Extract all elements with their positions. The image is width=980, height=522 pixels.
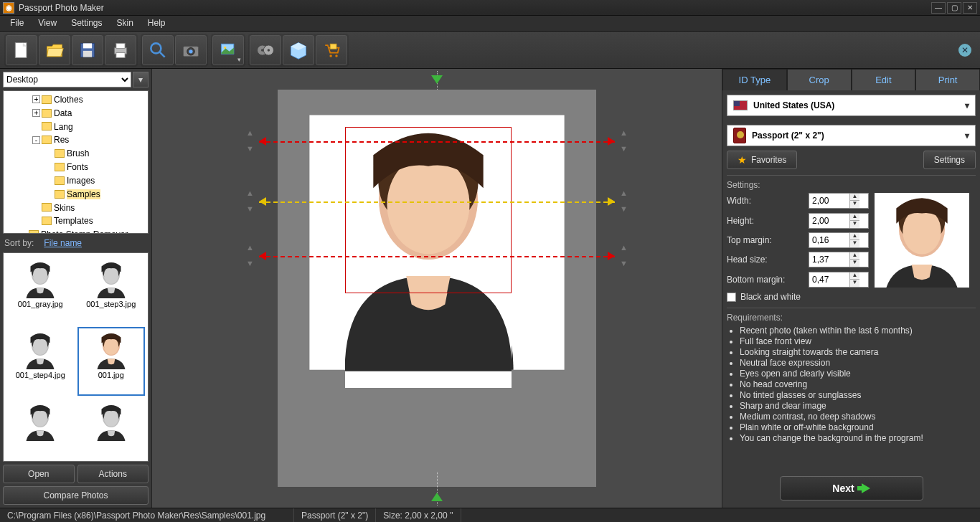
next-button[interactable]: Next [780, 476, 923, 500]
bw-checkbox[interactable]: Black and white [727, 292, 976, 302]
left-red-handle-1[interactable] [259, 137, 266, 146]
settings-button[interactable]: Settings [923, 151, 976, 169]
crop-box[interactable] [345, 127, 512, 293]
requirement-item: You can change the background in the pro… [740, 433, 976, 443]
menu-settings[interactable]: Settings [64, 16, 109, 31]
right-red-handle-1[interactable] [608, 137, 615, 146]
location-dropdown-button[interactable]: ▾ [133, 72, 149, 87]
open-photo-button[interactable]: Open [3, 465, 75, 483]
right-arrows-3: ▲▼ [620, 245, 628, 266]
canvas[interactable]: ▲▼ ▲▼ ▲▼ ▲▼ ▲▼ ▲▼ [152, 69, 722, 508]
country-label: United States (USA) [753, 100, 834, 110]
sort-link[interactable]: File name [44, 238, 82, 248]
image-options-button[interactable] [212, 35, 244, 65]
bottom-handle-icon[interactable] [431, 493, 443, 501]
menu-help[interactable]: Help [141, 16, 173, 31]
requirement-item: Eyes open and clearly visible [740, 369, 976, 379]
photo-extension [345, 293, 512, 388]
cart-button[interactable] [316, 35, 347, 65]
tab-id-type[interactable]: ID Type [722, 69, 787, 90]
panel-close-icon[interactable]: ✕ [958, 44, 971, 57]
right-arrows-1: ▲▼ [620, 130, 628, 151]
tree-item[interactable]: +Data [6, 106, 148, 120]
tree-item[interactable]: -Res [6, 133, 148, 146]
doctype-select[interactable]: Passport (2" x 2") [727, 125, 976, 146]
compare-button[interactable]: Compare Photos [3, 486, 149, 505]
right-yellow-handle[interactable] [608, 197, 615, 206]
tab-edit[interactable]: Edit [852, 69, 916, 90]
save-button[interactable] [72, 35, 103, 65]
thumbnail[interactable]: 001_step4.jpg [6, 327, 75, 395]
print-button[interactable] [105, 35, 136, 65]
tree-item[interactable]: Brush [6, 146, 148, 160]
tree-item[interactable]: Samples [6, 187, 148, 201]
menu-file[interactable]: File [3, 16, 31, 31]
right-arrows-2: ▲▼ [620, 190, 628, 212]
chin-guide[interactable] [259, 256, 615, 257]
svg-rect-6 [83, 50, 92, 57]
canvas-frame[interactable]: ▲▼ ▲▼ ▲▼ ▲▼ ▲▼ ▲▼ [278, 90, 596, 487]
tree-item[interactable]: Photo Stamp Remover [6, 227, 148, 234]
tree-item[interactable]: Lang [6, 120, 148, 133]
tab-print[interactable]: Print [915, 69, 980, 90]
status-path: C:\Program Files (x86)\Passport Photo Ma… [0, 508, 294, 522]
tree-item[interactable]: Skins [6, 201, 148, 214]
eye-guide[interactable] [259, 201, 615, 203]
field-width[interactable]: ▲▼ [809, 193, 869, 209]
requirement-item: No head covering [740, 379, 976, 389]
svg-line-11 [160, 52, 165, 57]
requirements-heading: Requirements: [727, 313, 976, 323]
favorites-button[interactable]: ★Favorites [727, 151, 797, 169]
close-button[interactable]: ✕ [963, 2, 977, 14]
thumbnail[interactable]: 001_step3.jpg [77, 256, 146, 324]
menu-view[interactable]: View [31, 16, 64, 31]
tree-item[interactable]: Fonts [6, 160, 148, 174]
film-button[interactable] [250, 35, 281, 65]
svg-rect-23 [330, 44, 336, 49]
requirement-item: Recent photo (taken within the last 6 mo… [740, 326, 976, 336]
thumbnail[interactable] [6, 399, 75, 458]
right-red-handle-2[interactable] [608, 252, 615, 260]
country-select[interactable]: United States (USA) [727, 95, 976, 116]
left-red-handle-2[interactable] [259, 252, 266, 260]
field-height[interactable]: ▲▼ [809, 213, 869, 229]
maximize-button[interactable]: ▢ [947, 2, 961, 14]
field-label: Height: [727, 216, 806, 226]
right-panel: ID TypeCropEditPrint United States (USA)… [722, 69, 980, 508]
package-button[interactable] [283, 35, 314, 65]
thumbnail[interactable]: 001_gray.jpg [6, 256, 75, 324]
field-label: Bottom margin: [727, 275, 806, 285]
left-arrows-3: ▲▼ [246, 245, 254, 266]
minimize-button[interactable]: — [931, 2, 946, 14]
thumbnail[interactable] [77, 399, 146, 458]
menu-skin[interactable]: Skin [110, 16, 141, 31]
toolbar: ✕ [0, 32, 980, 69]
requirement-item: No tinted glasses or sunglasses [740, 390, 976, 400]
arrow-right-icon [862, 483, 870, 493]
requirement-item: Sharp and clear image [740, 401, 976, 411]
thumbnail-grid: 001_gray.jpg001_step3.jpg001_step4.jpg00… [3, 252, 149, 462]
tree-item[interactable]: Templates [6, 214, 148, 227]
left-panel: Desktop ▾ +Clothes+DataLang-ResBrushFont… [0, 69, 152, 508]
tab-crop[interactable]: Crop [787, 69, 852, 90]
svg-point-10 [151, 43, 161, 53]
open-button[interactable] [39, 35, 70, 65]
tree-item[interactable]: +Clothes [6, 92, 148, 106]
field-top[interactable]: ▲▼ [809, 232, 869, 248]
field-bottom[interactable]: ▲▼ [809, 272, 869, 288]
left-yellow-handle[interactable] [259, 197, 266, 206]
location-select[interactable]: Desktop [3, 72, 131, 87]
window-title: Passport Photo Maker [19, 3, 931, 13]
zoom-button[interactable] [142, 35, 174, 65]
field-head[interactable]: ▲▼ [809, 252, 869, 267]
tree-item[interactable]: Images [6, 174, 148, 187]
folder-tree[interactable]: +Clothes+DataLang-ResBrushFontsImagesSam… [3, 90, 149, 234]
top-handle-icon[interactable] [431, 75, 443, 84]
actions-button[interactable]: Actions [77, 465, 149, 483]
top-red-guide[interactable] [259, 141, 615, 143]
camera-button[interactable] [175, 35, 207, 65]
preview-thumbnail [875, 193, 969, 288]
thumbnail[interactable]: 001.jpg [77, 327, 146, 395]
svg-point-20 [268, 49, 270, 52]
new-button[interactable] [6, 35, 37, 65]
